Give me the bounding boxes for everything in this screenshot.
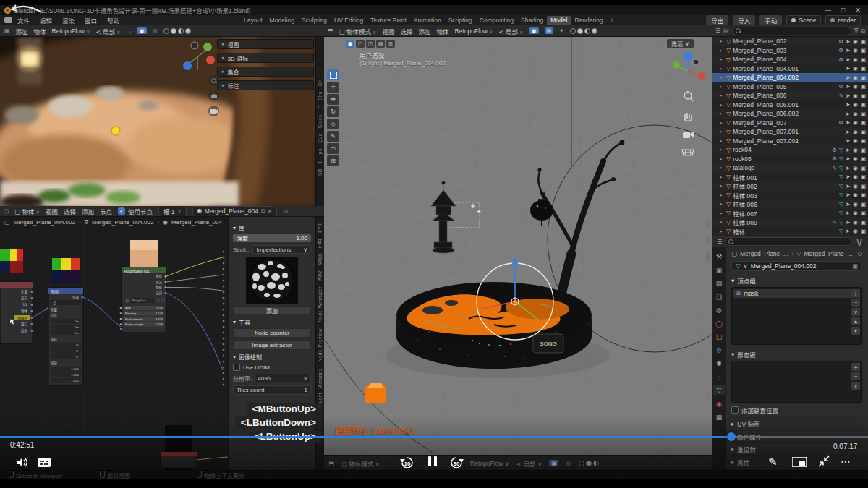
material-selector[interactable]: Merged_Plane_004⧉ ✕: [192, 206, 278, 217]
add-shape-key-button[interactable]: ＋: [851, 363, 860, 371]
add-vertex-group-button[interactable]: ＋: [851, 289, 860, 297]
add-button[interactable]: 添加: [233, 306, 311, 315]
import-button[interactable]: 导入: [733, 15, 755, 25]
tool-annotate[interactable]: ✎: [327, 131, 339, 142]
wireframe-shading-icon[interactable]: [163, 28, 169, 34]
section-dropdown[interactable]: Imperfections∨: [252, 245, 311, 254]
pin-icon[interactable]: ⊙: [283, 208, 288, 215]
hide-eye-icon[interactable]: ◉: [853, 174, 858, 180]
snap-toggle-icon[interactable]: ▣: [137, 27, 146, 34]
tab-view-layer-icon[interactable]: ❏: [713, 292, 725, 302]
selectable-icon[interactable]: ➤: [846, 183, 850, 189]
material-shading-icon[interactable]: [584, 28, 590, 34]
sidebar-panel-annotations[interactable]: ▸标注: [217, 80, 314, 90]
render-visibility-icon[interactable]: ▣: [861, 165, 866, 171]
side-tab[interactable]: SD: [318, 168, 323, 176]
sidebar-panel-view[interactable]: ▸视图: [217, 39, 314, 49]
selectable-icon[interactable]: ➤: [846, 129, 850, 135]
view-menu[interactable]: 视图: [382, 27, 394, 35]
hide-eye-icon[interactable]: ◉: [853, 165, 858, 171]
side-tab[interactable]: F: [318, 106, 323, 108]
render-visibility-icon[interactable]: ▣: [861, 83, 866, 90]
outliner-sync-icon[interactable]: ⧉: [861, 27, 865, 35]
outliner-row[interactable]: ▸▽Merged_Plane_007⚙➤◉▣: [712, 119, 868, 128]
viewport-nav-gizmo[interactable]: [671, 51, 705, 159]
rendered-shading-icon[interactable]: [185, 28, 191, 34]
side-tab[interactable]: Gr: [318, 80, 323, 86]
hide-eye-icon[interactable]: ◉: [853, 129, 858, 135]
more-options-icon[interactable]: ⋯: [841, 455, 851, 467]
outliner-row[interactable]: ▸▽Merged_Plane_007.001➤◉▣: [712, 127, 868, 137]
pan-hand-icon[interactable]: [208, 90, 219, 101]
remove-shape-key-button[interactable]: −: [851, 372, 860, 380]
hide-eye-icon[interactable]: ◉: [853, 65, 858, 72]
tool-add-cube[interactable]: ⊞: [327, 155, 339, 166]
outliner-row[interactable]: ▸▽Merged_Plane_003⚙➤◉▣: [712, 46, 868, 56]
workspace-shading[interactable]: Shading: [517, 16, 547, 25]
hide-eye-icon[interactable]: ◉: [853, 219, 858, 226]
remove-vertex-group-button[interactable]: −: [851, 299, 860, 307]
transform-orientation[interactable]: ≺ 局部 ∨: [498, 27, 523, 35]
captions-icon[interactable]: [38, 458, 51, 467]
add-menu[interactable]: 添加: [82, 207, 94, 215]
outliner-row[interactable]: ▸▽tatalogo✎▽➤◉▣: [712, 163, 868, 173]
stone-base[interactable]: [396, 282, 592, 369]
tab-node-wrangler[interactable]: Node Wrangler: [318, 286, 323, 322]
workspace-model[interactable]: Model: [547, 16, 571, 25]
hide-eye-icon[interactable]: ◉: [853, 101, 858, 108]
mode-selector[interactable]: ▢ 物体模式 ∨: [339, 27, 377, 35]
tab-item[interactable]: 条目: [705, 218, 712, 228]
hide-eye-icon[interactable]: ◉: [853, 111, 858, 117]
shader-type-selector[interactable]: ▢ 物体 ∨: [14, 207, 40, 215]
mesh-data-name-field[interactable]: ▽∨ Merged_Plane_004.002 ▣: [731, 261, 862, 271]
panel-shape-keys[interactable]: ▾形态键: [731, 350, 862, 359]
selectable-icon[interactable]: ➤: [846, 111, 850, 117]
workspace-modeling[interactable]: Modeling: [266, 16, 299, 25]
workspace-compositing[interactable]: Compositing: [476, 16, 517, 25]
pip-icon[interactable]: [792, 457, 807, 467]
snap-toggle-icon[interactable]: ▣: [529, 27, 538, 34]
view-layer-selector[interactable]: render: [825, 15, 861, 25]
render-visibility-icon[interactable]: ▣: [861, 101, 866, 108]
blender-menu-icon[interactable]: [4, 17, 12, 23]
proportional-editing-icon[interactable]: ◎: [153, 27, 158, 34]
transform-orientation[interactable]: ≺ 局部 ∨: [95, 27, 120, 35]
tab-scene-icon[interactable]: ◍: [713, 305, 725, 315]
outliner-search-input[interactable]: [732, 27, 851, 35]
proportional-editing-icon[interactable]: ◎: [566, 460, 571, 467]
hide-eye-icon[interactable]: ◉: [853, 56, 858, 63]
selectable-icon[interactable]: ➤: [846, 219, 850, 226]
side-tab[interactable]: Scree: [318, 114, 323, 128]
workspace-layout[interactable]: Layout: [240, 16, 266, 25]
selectable-icon[interactable]: ➤: [846, 65, 850, 72]
add-rest-position-checkbox[interactable]: 添加静置位置: [731, 406, 862, 414]
select-menu[interactable]: 选择: [401, 27, 413, 35]
selectable-icon[interactable]: ➤: [846, 201, 850, 207]
tab-tool[interactable]: 工具: [317, 239, 324, 249]
mode-pill-2[interactable]: ▢: [356, 40, 365, 48]
outliner-row[interactable]: ▸▽Merged_Plane_006✎➤◉▣: [712, 91, 868, 100]
outliner-row-selected[interactable]: ▸▽Merged_Plane_004.002➤◉▣: [712, 73, 868, 82]
outliner-row[interactable]: ▸▽Merged_Plane_005⚙➤◉▣: [712, 82, 868, 92]
outliner-row[interactable]: ▸▽rock04⚙▽➤◉▣: [712, 145, 868, 155]
render-visibility-icon[interactable]: ▣: [861, 192, 866, 198]
hide-eye-icon[interactable]: ◉: [853, 155, 858, 162]
mode-pill-5[interactable]: ⊞: [386, 40, 395, 48]
hide-eye-icon[interactable]: ◉: [853, 137, 858, 144]
tab-world-icon[interactable]: ◯: [713, 319, 725, 329]
outliner-row[interactable]: ▸▽Merged_Plane_006.001➤◉▣: [712, 100, 868, 110]
axis-gizmo[interactable]: [179, 38, 216, 76]
tool-select-box[interactable]: [327, 69, 339, 80]
tab-view[interactable]: 视图: [317, 254, 324, 265]
render-visibility-icon[interactable]: ▣: [861, 56, 866, 63]
workspace-animation[interactable]: Animation: [410, 16, 445, 25]
annotate-pencil-icon[interactable]: ✎: [768, 455, 778, 468]
menu-window[interactable]: 窗口: [80, 16, 102, 25]
main-3d-viewport[interactable]: SONG: [324, 37, 712, 455]
selectable-icon[interactable]: ➤: [846, 74, 850, 81]
render-visibility-icon[interactable]: ▣: [861, 93, 866, 99]
properties-search-input[interactable]: [725, 237, 852, 246]
shape-key-specials-button[interactable]: ∨: [851, 382, 860, 390]
mode-pill-3[interactable]: ◫: [366, 40, 375, 48]
move-down-button[interactable]: ▼: [851, 327, 860, 335]
